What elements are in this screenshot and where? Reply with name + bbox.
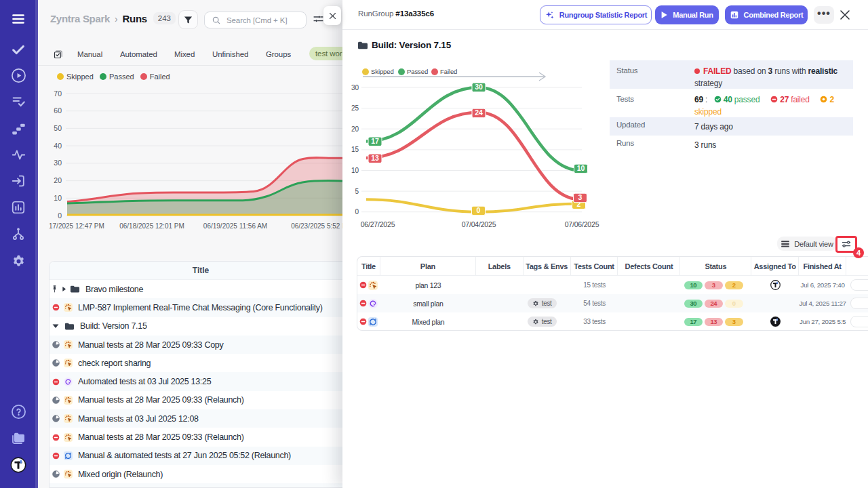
svg-text:Skipped: Skipped bbox=[371, 68, 394, 75]
svg-text:07/06/2025: 07/06/2025 bbox=[565, 220, 599, 228]
svg-text:70: 70 bbox=[54, 89, 62, 98]
svg-text:20: 20 bbox=[351, 125, 359, 133]
svg-text:06/23/2025 5:52 P: 06/23/2025 5:52 P bbox=[291, 222, 347, 230]
svg-text:30: 30 bbox=[351, 84, 359, 92]
svg-text:10: 10 bbox=[351, 167, 359, 174]
svg-text:17/2025 12:47 PM: 17/2025 12:47 PM bbox=[49, 222, 104, 230]
svg-text:Failed: Failed bbox=[440, 68, 457, 75]
svg-text:Passed: Passed bbox=[407, 68, 428, 75]
svg-text:17: 17 bbox=[371, 137, 379, 145]
svg-text:30: 30 bbox=[475, 83, 483, 91]
svg-text:10: 10 bbox=[54, 194, 62, 202]
svg-text:07/04/2025: 07/04/2025 bbox=[462, 220, 496, 228]
svg-text:50: 50 bbox=[54, 124, 62, 132]
svg-text:13: 13 bbox=[371, 154, 379, 162]
svg-text:40: 40 bbox=[54, 142, 62, 150]
svg-text:10: 10 bbox=[577, 164, 585, 172]
svg-text:30: 30 bbox=[54, 159, 62, 167]
svg-text:3: 3 bbox=[578, 193, 583, 201]
svg-text:0: 0 bbox=[477, 206, 481, 214]
svg-text:06/27/2025: 06/27/2025 bbox=[361, 220, 395, 228]
svg-text:06/19/2025 11:56 AM: 06/19/2025 11:56 AM bbox=[203, 222, 267, 230]
svg-text:0: 0 bbox=[355, 208, 359, 216]
svg-text:20: 20 bbox=[54, 176, 62, 184]
svg-text:06/18/2025 12:01 PM: 06/18/2025 12:01 PM bbox=[119, 222, 184, 230]
svg-text:60: 60 bbox=[54, 106, 62, 115]
svg-text:5: 5 bbox=[355, 188, 359, 195]
svg-text:24: 24 bbox=[475, 108, 483, 117]
svg-text:15: 15 bbox=[351, 146, 359, 153]
svg-text:0: 0 bbox=[58, 211, 62, 220]
svg-text:25: 25 bbox=[351, 104, 359, 112]
